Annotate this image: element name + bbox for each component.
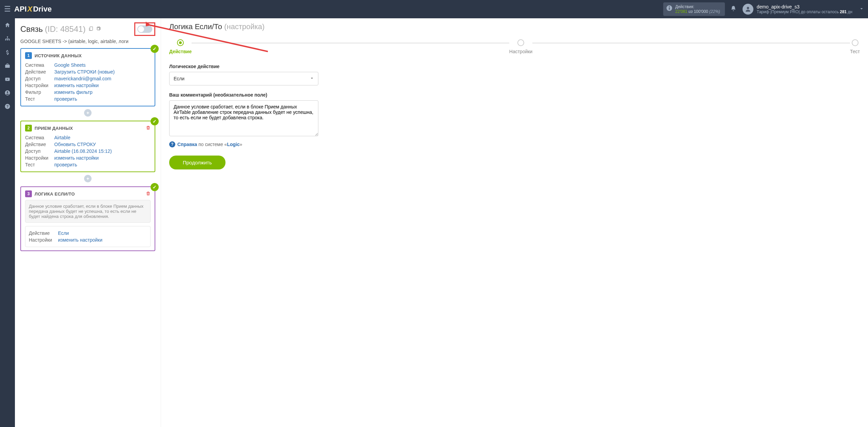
tariff-info: Тариф |Премиум PRO| до оплаты осталось 2… — [757, 9, 852, 14]
card-destination: ✓ 2 ПРИЕМ ДАННЫХ СистемаAirtable Действи… — [20, 121, 155, 172]
check-icon: ✓ — [151, 183, 159, 191]
help-link[interactable]: Справка — [177, 142, 197, 147]
stepper: Действие Настройки Тест — [169, 39, 860, 54]
user-menu[interactable]: demo_apix-drive_s3 Тариф |Премиум PRO| д… — [743, 4, 852, 15]
card-source: ✓ 1 ИСТОЧНИК ДАННЫХ СистемаGoogle Sheets… — [20, 48, 155, 106]
svg-rect-2 — [669, 7, 670, 10]
add-block-button[interactable]: + — [84, 109, 92, 117]
svg-rect-14 — [90, 27, 93, 30]
nav-briefcase[interactable] — [0, 59, 15, 73]
username: demo_apix-drive_s3 — [757, 4, 852, 9]
nav-billing[interactable] — [0, 45, 15, 59]
card-num: 2 — [25, 125, 32, 131]
bell-icon[interactable] — [730, 5, 736, 13]
page-title: Логика Если/То (настройка) — [169, 22, 860, 31]
nav-help[interactable]: ? — [0, 100, 15, 113]
card-title: ИСТОЧНИК ДАННЫХ — [35, 53, 82, 58]
actions-counter[interactable]: Действия: 22'081 из 100'000 (22%) — [663, 2, 725, 16]
svg-point-1 — [669, 6, 670, 7]
toggle-highlight — [134, 22, 155, 36]
source-access[interactable]: maverickandrii@gmail.com — [54, 76, 111, 81]
connection-path: GOOGLE SHEETS -> (airtable, logic, airta… — [20, 39, 155, 44]
logic-action[interactable]: Если — [58, 230, 69, 236]
card-logic: ✓ 3 ЛОГИКА ЕСЛИ/ТО Данное условие сработ… — [20, 186, 155, 251]
chevron-down-icon[interactable] — [859, 6, 864, 12]
comment-label: Ваш комментарий (необязательное поле) — [169, 92, 860, 98]
source-action[interactable]: Загрузить СТРОКИ (новые) — [54, 69, 115, 75]
logo[interactable]: APIXDrive — [14, 5, 52, 14]
nav-home[interactable] — [0, 18, 15, 32]
add-block-button[interactable]: + — [84, 175, 92, 182]
help-icon: ? — [169, 141, 175, 147]
actions-current: 22'081 — [675, 9, 688, 14]
info-icon — [666, 5, 673, 14]
card-title: ПРИЕМ ДАННЫХ — [35, 126, 73, 131]
check-icon: ✓ — [151, 117, 159, 125]
continue-button[interactable]: Продолжить — [169, 156, 225, 169]
svg-point-3 — [747, 7, 749, 9]
actions-label: Действия: — [675, 4, 720, 9]
copy-icon[interactable] — [88, 26, 94, 33]
step-test[interactable]: Тест — [850, 39, 860, 54]
nav-video[interactable] — [0, 73, 15, 86]
connection-id: (ID: 48541) — [45, 24, 85, 34]
source-filter[interactable]: изменить фильтр — [54, 89, 93, 95]
source-test[interactable]: проверить — [54, 96, 77, 102]
step-action[interactable]: Действие — [169, 39, 192, 54]
connection-title: Связь — [20, 24, 43, 34]
step-settings[interactable]: Настройки — [509, 39, 533, 54]
logic-action-label: Логическое действие — [169, 64, 860, 69]
comment-field[interactable] — [169, 100, 318, 136]
trash-icon[interactable] — [146, 125, 151, 131]
gear-icon[interactable] — [96, 26, 101, 33]
avatar-icon — [743, 4, 753, 15]
connection-toggle[interactable] — [137, 25, 152, 33]
chevron-down-icon — [310, 76, 314, 81]
logic-settings[interactable]: изменить настройки — [58, 237, 102, 243]
menu-icon[interactable]: ☰ — [4, 5, 11, 14]
dest-test[interactable]: проверить — [54, 162, 77, 167]
svg-rect-7 — [9, 39, 10, 40]
svg-point-11 — [7, 92, 8, 93]
check-icon: ✓ — [151, 45, 159, 53]
svg-rect-4 — [7, 36, 8, 37]
dest-action[interactable]: Обновить СТРОКУ — [54, 142, 96, 147]
nav-account[interactable] — [0, 86, 15, 100]
nav-connections[interactable] — [0, 32, 15, 45]
dest-system[interactable]: Airtable — [54, 135, 70, 140]
svg-rect-6 — [7, 39, 8, 40]
logic-action-select[interactable]: Если — [169, 72, 318, 85]
dest-settings[interactable]: изменить настройки — [54, 155, 99, 161]
dest-access[interactable]: Airtable (16.08.2024 15:12) — [54, 148, 112, 154]
source-system[interactable]: Google Sheets — [54, 62, 86, 68]
svg-rect-8 — [5, 65, 10, 68]
source-settings[interactable]: изменить настройки — [54, 83, 99, 88]
card-num: 3 — [25, 190, 32, 197]
card-num: 1 — [25, 52, 32, 59]
sidebar: ? — [0, 18, 15, 427]
svg-text:?: ? — [6, 104, 8, 108]
svg-rect-5 — [5, 39, 6, 40]
trash-icon[interactable] — [146, 191, 151, 197]
card-title: ЛОГИКА ЕСЛИ/ТО — [35, 191, 75, 197]
logic-note: Данное условие сработает, если в блоке П… — [25, 200, 151, 223]
